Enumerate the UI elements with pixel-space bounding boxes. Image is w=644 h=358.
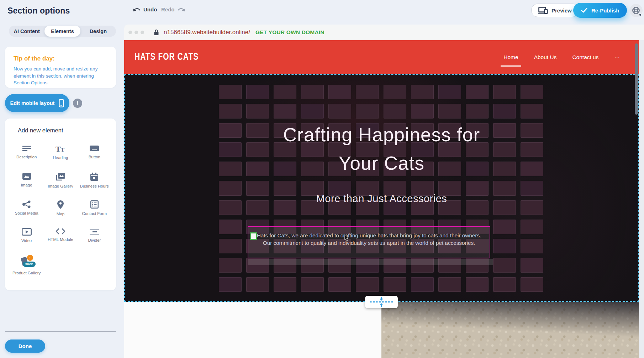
nav-item-home[interactable]: Home xyxy=(503,52,519,63)
hero-tile xyxy=(246,85,269,99)
shop-badge: SHOP xyxy=(23,262,36,267)
stone-shadow xyxy=(381,302,639,344)
hero-tile xyxy=(219,220,242,234)
browser-url-bar: n1566589.websitebuilder.online/ GET YOUR… xyxy=(124,25,644,40)
svg-text:T: T xyxy=(61,147,64,153)
nav-item-about-us[interactable]: About Us xyxy=(533,52,558,63)
redo-icon xyxy=(178,7,185,12)
element-business-hours[interactable]: Business Hours xyxy=(79,170,110,198)
done-button[interactable]: Done xyxy=(5,339,45,353)
add-element-card: Add new element Description TT Heading B… xyxy=(5,119,116,290)
site-nav: Home About Us Contact us ··· xyxy=(503,40,621,74)
video-icon xyxy=(22,228,32,236)
element-map[interactable]: Map xyxy=(45,198,76,225)
hero-tile xyxy=(411,85,434,99)
map-icon xyxy=(57,200,64,209)
hero-tile xyxy=(466,104,489,119)
element-social-media[interactable]: Social Media xyxy=(11,198,42,225)
element-drag-handle[interactable] xyxy=(250,232,257,240)
section-resize-handle[interactable] xyxy=(365,296,398,308)
hero-tile xyxy=(493,104,516,119)
next-section[interactable] xyxy=(124,302,639,358)
hero-tile xyxy=(328,277,351,292)
html-module-icon xyxy=(56,228,65,235)
language-globe-button[interactable] xyxy=(629,4,643,17)
hero-tile xyxy=(356,85,379,99)
hero-tile xyxy=(493,85,516,99)
upload-arrow-badge: ↑ xyxy=(27,255,33,261)
hero-tile xyxy=(301,104,324,119)
hero-tile xyxy=(356,277,379,292)
browser-scrollbar[interactable] xyxy=(635,43,638,115)
tip-title: Tip of the day: xyxy=(14,55,107,62)
sidebar-divider xyxy=(5,331,116,332)
tab-design[interactable]: Design xyxy=(80,26,116,37)
tab-elements[interactable]: Elements xyxy=(44,26,80,37)
redo-button[interactable]: Redo xyxy=(161,6,185,12)
preview-button[interactable]: Preview xyxy=(531,4,579,17)
element-video[interactable]: Video xyxy=(11,225,42,253)
element-image-gallery[interactable]: Image Gallery xyxy=(45,170,76,198)
site-logo[interactable]: HATS FOR CATS xyxy=(134,51,199,62)
hero-tile xyxy=(411,104,434,119)
heading-icon: TT xyxy=(55,145,66,153)
site-viewport: HATS FOR CATS Home About Us Contact us ·… xyxy=(124,40,639,358)
undo-button[interactable]: Undo xyxy=(133,6,157,12)
hero-tile xyxy=(466,277,489,292)
hero-tile xyxy=(301,277,324,292)
social-media-icon xyxy=(22,200,31,208)
hero-tile xyxy=(274,85,296,99)
hero-tile xyxy=(493,277,516,292)
mouse-cursor xyxy=(344,235,349,242)
hero-heading[interactable]: Crafting Happiness for Your Cats xyxy=(125,121,638,178)
element-image[interactable]: Image xyxy=(11,170,42,198)
preview-devices-icon xyxy=(538,7,548,14)
resize-arrows-icon xyxy=(368,297,395,307)
phone-icon xyxy=(59,99,64,107)
hero-subheading[interactable]: More than Just Accessories xyxy=(125,191,638,206)
contact-form-icon xyxy=(90,200,99,209)
hero-tile xyxy=(384,85,406,99)
tip-body: Now you can add, move and resize any ele… xyxy=(14,65,107,86)
element-heading[interactable]: TT Heading xyxy=(45,142,76,170)
hero-description-element[interactable]: Hats for Cats, we are dedicated to craft… xyxy=(248,226,490,258)
hero-tile xyxy=(466,85,489,99)
tip-card: Tip of the day: Now you can add, move an… xyxy=(5,47,116,88)
hero-tile xyxy=(438,85,461,99)
hero-tile xyxy=(521,277,543,292)
tab-ai-content[interactable]: AI Content xyxy=(9,26,44,37)
hero-tile xyxy=(246,104,269,119)
hero-tile xyxy=(219,258,242,273)
hero-tile xyxy=(493,239,516,253)
hero-tile xyxy=(521,258,543,273)
undo-icon xyxy=(133,7,141,12)
product-gallery-icon: ↑ SHOP xyxy=(20,256,34,268)
hero-tile xyxy=(521,220,543,234)
hero-tile xyxy=(384,277,406,292)
panel-tabs: AI Content Elements Design xyxy=(9,26,116,37)
check-icon xyxy=(581,8,587,13)
element-contact-form[interactable]: Contact Form xyxy=(79,198,110,225)
nav-item-contact-us[interactable]: Contact us xyxy=(571,52,599,63)
hero-tile xyxy=(301,85,324,99)
nav-item-more[interactable]: ··· xyxy=(614,52,621,63)
element-description[interactable]: Description xyxy=(11,142,42,170)
stone-floor-image xyxy=(381,302,639,358)
info-icon[interactable]: i xyxy=(73,99,82,108)
hero-section-selected[interactable]: Crafting Happiness for Your Cats More th… xyxy=(124,74,639,302)
element-html-module[interactable]: HTML Module xyxy=(45,225,76,253)
element-divider[interactable]: Divider xyxy=(79,225,110,253)
element-button[interactable]: Button xyxy=(79,142,110,170)
republish-button[interactable]: Re-Publish xyxy=(573,3,627,18)
hero-tile xyxy=(521,85,543,99)
element-product-gallery[interactable]: ↑ SHOP Product Gallery xyxy=(11,253,42,281)
hero-tile xyxy=(521,239,543,253)
edit-mobile-layout-button[interactable]: Edit mobile layout xyxy=(5,94,69,112)
lock-icon xyxy=(154,29,159,36)
hero-tile xyxy=(411,277,434,292)
site-header: HATS FOR CATS Home About Us Contact us ·… xyxy=(124,40,639,74)
get-domain-link[interactable]: GET YOUR OWN DOMAIN xyxy=(255,29,324,36)
hero-tile xyxy=(219,104,242,119)
notification-dot xyxy=(639,13,642,16)
add-element-title: Add new element xyxy=(18,127,63,134)
